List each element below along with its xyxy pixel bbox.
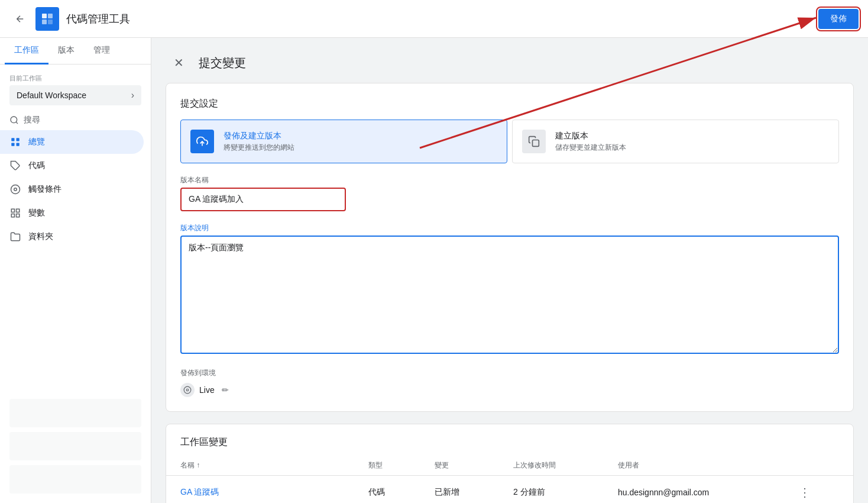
version-option-title: 建立版本 (555, 131, 626, 141)
svg-rect-7 (11, 143, 14, 146)
table-row: GA 追蹤碼 代碼 已新增 2 分鐘前 hu.designnn@gmail.co… (166, 476, 853, 504)
sidebar-item-triggers[interactable]: 觸發條件 (0, 178, 144, 201)
svg-rect-3 (48, 20, 53, 24)
version-name-label: 版本名稱 (180, 175, 839, 185)
workspace-section: 目前工作區 Default Workspace › (0, 65, 151, 110)
sidebar-tabs: 工作區 版本 管理 (0, 38, 151, 65)
svg-point-4 (11, 117, 17, 123)
svg-point-10 (11, 185, 20, 194)
sidebar-placeholder-3 (9, 465, 141, 494)
svg-point-11 (14, 188, 17, 191)
publish-option-icon (190, 130, 214, 153)
search-icon (9, 115, 19, 125)
dialog-header: ✕ 提交變更 (166, 52, 854, 73)
env-section: 發佈到環境 Live ✏ (180, 368, 839, 397)
sidebar-item-folders[interactable]: 資料夾 (0, 225, 144, 249)
svg-rect-6 (17, 138, 20, 141)
chevron-right-icon: › (131, 90, 134, 101)
row-more-button-0[interactable]: ⋮ (794, 483, 815, 502)
svg-rect-2 (42, 20, 47, 24)
workspace-changes-card: 工作區變更 名稱 ↑ 類型 變更 上次修改時間 使用者 GA 追蹤碼 代碼 已新… (166, 424, 854, 503)
app-title: 代碼管理工具 (66, 12, 818, 26)
svg-point-14 (184, 386, 191, 394)
tab-workspace[interactable]: 工作區 (5, 38, 48, 65)
folders-label: 資料夾 (28, 231, 53, 242)
code-label: 代碼 (28, 160, 45, 171)
env-edit-button[interactable]: ✏ (219, 383, 231, 397)
close-icon: ✕ (174, 56, 184, 70)
svg-rect-8 (17, 143, 20, 146)
overview-label: 總覽 (28, 137, 45, 147)
env-name: Live (199, 385, 215, 395)
sidebar-item-variables[interactable]: 變數 (0, 201, 144, 225)
tab-version[interactable]: 版本 (48, 38, 84, 65)
col-type: 類型 (354, 456, 420, 476)
svg-point-15 (186, 389, 189, 391)
tab-manage[interactable]: 管理 (84, 38, 119, 65)
svg-rect-5 (11, 138, 14, 141)
publish-option-title: 發佈及建立版本 (224, 131, 294, 141)
cell-more-0: ⋮ (780, 476, 853, 504)
dialog-close-button[interactable]: ✕ (168, 52, 189, 73)
changes-table: 名稱 ↑ 類型 變更 上次修改時間 使用者 GA 追蹤碼 代碼 已新增 2 分鐘… (166, 456, 853, 503)
version-option-text: 建立版本 儲存變更並建立新版本 (555, 131, 626, 153)
svg-rect-0 (42, 14, 47, 18)
version-desc-group: 版本說明 版本--頁面瀏覽 (180, 223, 839, 356)
cell-name-0: GA 追蹤碼 (166, 476, 354, 504)
workspace-label: 目前工作區 (9, 74, 141, 83)
row-name-link-0[interactable]: GA 追蹤碼 (180, 487, 219, 496)
code-icon (9, 160, 21, 172)
env-label: 發佈到環境 (180, 368, 839, 378)
version-name-input[interactable] (180, 188, 346, 211)
col-user: 使用者 (604, 456, 780, 476)
version-option-desc: 儲存變更並建立新版本 (555, 143, 626, 153)
sidebar-item-overview[interactable]: 總覽 (0, 130, 144, 154)
triggers-label: 觸發條件 (28, 184, 61, 195)
version-option-icon (522, 130, 546, 153)
col-name: 名稱 ↑ (166, 456, 354, 476)
version-desc-textarea[interactable]: 版本--頁面瀏覽 (180, 236, 839, 354)
content-area: ✕ 提交變更 提交設定 (151, 38, 868, 503)
env-icon (180, 383, 195, 397)
submit-settings-title: 提交設定 (180, 98, 839, 110)
back-button[interactable] (9, 8, 31, 30)
triggers-icon (9, 183, 21, 195)
sidebar-item-code[interactable]: 代碼 (0, 154, 144, 178)
publish-options: 發佈及建立版本 將變更推送到您的網站 建立版本 (180, 120, 839, 163)
variables-label: 變數 (28, 208, 45, 218)
edit-icon: ✏ (222, 385, 229, 395)
overview-icon (9, 136, 21, 148)
cell-user-0: hu.designnn@gmail.com (604, 476, 780, 504)
publish-and-create-option[interactable]: 發佈及建立版本 將變更推送到您的網站 (180, 120, 507, 163)
search-bar[interactable]: 搜尋 (0, 110, 151, 130)
col-change: 變更 (420, 456, 499, 476)
svg-rect-1 (48, 14, 53, 18)
cell-last-modified-0: 2 分鐘前 (499, 476, 604, 504)
submit-settings-card: 提交設定 發佈及建立版本 將變更推送到您的網站 (166, 83, 854, 412)
publish-option-text: 發佈及建立版本 將變更推送到您的網站 (224, 131, 294, 153)
table-header-row: 名稱 ↑ 類型 變更 上次修改時間 使用者 (166, 456, 853, 476)
submit-settings-body: 提交設定 發佈及建立版本 將變更推送到您的網站 (166, 83, 853, 411)
dialog-title: 提交變更 (199, 55, 246, 71)
sidebar-placeholder-2 (9, 432, 141, 460)
cell-type-0: 代碼 (354, 476, 420, 504)
sidebar-placeholder-1 (9, 399, 141, 427)
workspace-selector[interactable]: Default Workspace › (9, 85, 141, 105)
env-item: Live ✏ (180, 383, 839, 397)
app-header: 代碼管理工具 發佈 (0, 0, 868, 38)
folders-icon (9, 231, 21, 243)
variables-icon (9, 207, 21, 219)
version-desc-label: 版本說明 (180, 223, 839, 233)
sidebar: 工作區 版本 管理 目前工作區 Default Workspace › 搜尋 總… (0, 38, 151, 503)
create-version-option[interactable]: 建立版本 儲存變更並建立新版本 (512, 120, 839, 163)
publish-button[interactable]: 發佈 (818, 9, 859, 29)
cell-change-0: 已新增 (420, 476, 499, 504)
app-logo (35, 7, 59, 31)
publish-option-desc: 將變更推送到您的網站 (224, 143, 294, 153)
main-layout: 工作區 版本 管理 目前工作區 Default Workspace › 搜尋 總… (0, 38, 868, 503)
search-label: 搜尋 (24, 115, 40, 125)
workspace-name: Default Workspace (17, 91, 86, 100)
sidebar-nav: 總覽 代碼 觸發條件 變數 (0, 130, 151, 396)
version-name-group: 版本名稱 (180, 175, 839, 211)
svg-rect-13 (533, 140, 539, 147)
